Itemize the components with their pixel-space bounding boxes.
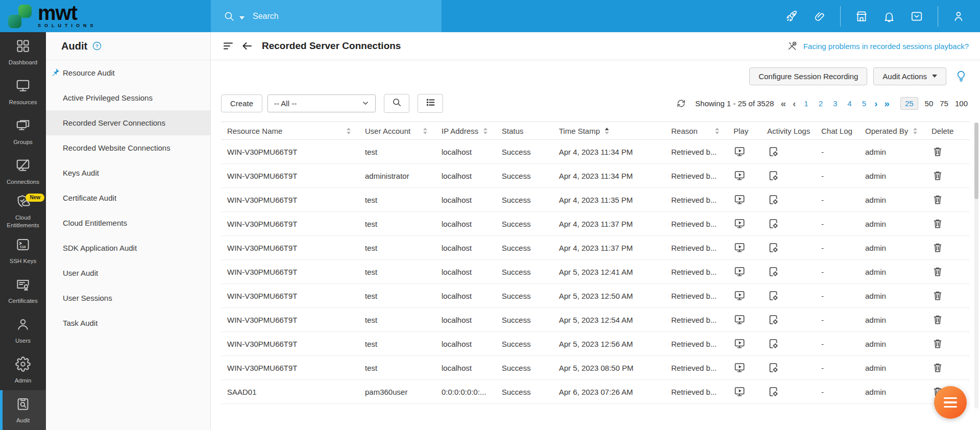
page-number[interactable]: 4 — [846, 99, 853, 108]
column-header[interactable]: Time Stamp — [553, 122, 665, 139]
help-icon[interactable]: ? — [92, 41, 102, 51]
sort-arrows-icon[interactable] — [423, 128, 427, 134]
quick-links-icon[interactable] — [813, 10, 826, 23]
mail-icon[interactable] — [910, 10, 923, 23]
delete-button[interactable] — [932, 242, 944, 254]
sort-arrows-icon[interactable] — [483, 128, 487, 134]
delete-button[interactable] — [932, 338, 944, 350]
bulb-tip-icon[interactable] — [954, 69, 968, 83]
page-size-option[interactable]: 50 — [925, 99, 934, 108]
delete-button[interactable] — [932, 146, 944, 158]
filter-select[interactable]: -- All -- — [267, 94, 376, 112]
search-input[interactable] — [253, 12, 406, 21]
sidebar-item[interactable]: Groups — [0, 112, 46, 152]
column-header[interactable]: Delete — [925, 122, 965, 139]
audit-menu-item[interactable]: User Sessions — [46, 285, 210, 310]
play-recording-button[interactable] — [733, 314, 746, 326]
audit-menu-item[interactable]: Active Privileged Sessions — [46, 85, 210, 110]
column-header[interactable]: Resource Name — [221, 122, 359, 139]
play-recording-button[interactable] — [733, 290, 746, 302]
delete-button[interactable] — [932, 266, 944, 278]
audit-actions-button[interactable]: Audit Actions — [873, 67, 946, 85]
audit-menu-item[interactable]: Task Audit — [46, 310, 210, 336]
page-number[interactable]: 1 — [802, 99, 810, 108]
page-size-option[interactable]: 75 — [940, 99, 948, 108]
account-icon[interactable] — [952, 10, 966, 23]
sort-arrows-icon[interactable] — [605, 128, 609, 134]
activity-logs-button[interactable] — [767, 362, 779, 374]
notifications-icon[interactable] — [883, 10, 896, 23]
activity-logs-button[interactable] — [767, 266, 779, 278]
sidebar-item[interactable]: Admin — [0, 350, 46, 390]
search-icon[interactable] — [223, 10, 235, 22]
play-recording-button[interactable] — [733, 170, 746, 182]
audit-menu-item[interactable]: Certificate Audit — [46, 185, 210, 210]
sort-arrows-icon[interactable] — [913, 128, 917, 134]
page-number[interactable]: 5 — [861, 99, 868, 108]
play-recording-button[interactable] — [733, 146, 746, 158]
back-button[interactable] — [241, 40, 253, 52]
column-header[interactable]: Operated By — [859, 122, 925, 139]
sidebar-item[interactable]: Resources — [0, 72, 46, 112]
column-header[interactable]: Activity Logs — [761, 122, 815, 139]
activity-logs-button[interactable] — [767, 338, 779, 350]
rocket-icon[interactable] — [785, 10, 798, 23]
activity-logs-button[interactable] — [767, 194, 779, 206]
delete-button[interactable] — [932, 362, 944, 374]
column-header[interactable]: IP Address — [435, 122, 496, 139]
activity-logs-button[interactable] — [767, 290, 779, 302]
activity-logs-button[interactable] — [767, 242, 779, 254]
audit-menu-item[interactable]: SDK Application Audit — [46, 235, 210, 260]
column-header[interactable]: Play — [727, 122, 761, 139]
sidebar-item[interactable]: Audit — [0, 390, 46, 430]
last-page-button[interactable]: » — [884, 99, 890, 108]
column-header[interactable]: Reason — [665, 122, 727, 139]
search-scope-caret-icon[interactable] — [239, 16, 244, 19]
audit-menu-item[interactable]: Cloud Entitlements — [46, 210, 210, 235]
create-button[interactable]: Create — [221, 94, 262, 112]
floating-menu-button[interactable] — [934, 386, 967, 419]
audit-menu-item[interactable]: User Audit — [46, 260, 210, 285]
next-page-button[interactable]: › — [874, 99, 877, 108]
delete-button[interactable] — [932, 314, 944, 326]
page-size-option[interactable]: 100 — [955, 99, 968, 108]
activity-logs-button[interactable] — [767, 314, 779, 326]
delete-button[interactable] — [932, 170, 944, 182]
sort-arrows-icon[interactable] — [715, 128, 719, 134]
scrollbar[interactable] — [974, 123, 978, 409]
sidebar-item[interactable]: Certificates — [0, 271, 46, 310]
sort-arrows-icon[interactable] — [347, 128, 351, 134]
column-header[interactable]: Chat Log — [815, 122, 859, 139]
delete-button[interactable] — [932, 290, 944, 302]
column-chooser-button[interactable] — [418, 94, 443, 113]
play-recording-button[interactable] — [733, 338, 746, 350]
sidebar-item[interactable]: Dashboard — [0, 32, 46, 72]
search-table-button[interactable] — [384, 94, 409, 113]
playback-help-link[interactable]: Facing problems in recorded sessions pla… — [786, 40, 969, 52]
play-recording-button[interactable] — [733, 242, 746, 254]
store-icon[interactable] — [855, 10, 868, 23]
column-header[interactable]: Status — [496, 122, 553, 139]
play-recording-button[interactable] — [733, 194, 746, 206]
sidebar-item[interactable]: SSH SSH Keys — [0, 231, 46, 271]
audit-menu-item[interactable]: Resource Audit — [46, 60, 210, 85]
audit-menu-item[interactable]: Keys Audit — [46, 160, 210, 185]
sidebar-item[interactable]: Connections — [0, 152, 46, 192]
page-number[interactable]: 2 — [817, 99, 824, 108]
prev-page-button[interactable]: ‹ — [793, 99, 796, 108]
sidebar-item[interactable]: Users — [0, 310, 46, 350]
first-page-button[interactable]: « — [780, 99, 786, 108]
delete-button[interactable] — [932, 194, 944, 206]
activity-logs-button[interactable] — [767, 146, 779, 158]
activity-logs-button[interactable] — [767, 218, 779, 230]
delete-button[interactable] — [932, 218, 944, 230]
scrollbar-thumb[interactable] — [974, 123, 978, 199]
play-recording-button[interactable] — [733, 218, 746, 230]
activity-logs-button[interactable] — [767, 170, 779, 182]
activity-logs-button[interactable] — [767, 386, 779, 398]
page-number[interactable]: 3 — [831, 99, 839, 108]
sidebar-item[interactable]: Cloud Entitlements New — [0, 192, 46, 231]
audit-menu-item[interactable]: Recorded Website Connections — [46, 135, 210, 160]
play-recording-button[interactable] — [733, 362, 746, 374]
page-size-option[interactable]: 25 — [900, 97, 918, 110]
